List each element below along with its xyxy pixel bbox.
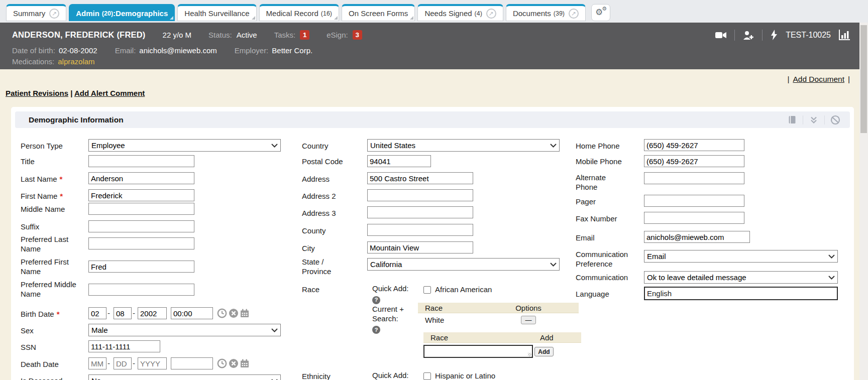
calendar-icon[interactable] xyxy=(240,308,250,318)
postal-code-label: Postal Code xyxy=(302,157,343,166)
address2-input[interactable] xyxy=(367,189,473,201)
book-icon[interactable] xyxy=(785,115,800,125)
county-input[interactable] xyxy=(367,224,473,236)
state-province-select[interactable]: California xyxy=(367,258,560,271)
tab-medical-record[interactable]: Medical Record (16) xyxy=(259,4,339,21)
tab-summary[interactable]: Summary ↗ xyxy=(6,4,66,21)
city-label: City xyxy=(302,243,315,253)
birth-day-input[interactable] xyxy=(114,307,132,319)
tab-health-surveillance[interactable]: Health Surveillance xyxy=(177,4,256,21)
race-column-header: Race xyxy=(418,304,478,312)
chevron-double-down-icon[interactable] xyxy=(806,115,821,124)
tab-documents[interactable]: Documents (39) ↗ xyxy=(506,4,586,21)
address2-label: Address 2 xyxy=(302,191,336,201)
vertical-scrollbar[interactable] xyxy=(859,23,868,380)
patient-revisions-link[interactable]: Patient Revisions xyxy=(6,89,68,97)
communication-preference-select[interactable]: Email xyxy=(644,250,838,263)
add-race-button[interactable]: Add xyxy=(534,347,554,356)
settings-gears-icon[interactable]: ⚙ ⚙ xyxy=(591,4,610,21)
esign-badge[interactable]: 3 xyxy=(353,30,362,40)
add-person-icon[interactable] xyxy=(742,30,754,40)
preferred-last-name-label: Preferred Last Name xyxy=(21,234,77,254)
scrollbar-thumb[interactable] xyxy=(860,25,867,133)
birth-time-input[interactable] xyxy=(171,307,213,319)
title-input[interactable] xyxy=(88,155,194,167)
death-month-input[interactable] xyxy=(88,357,106,369)
death-time-input[interactable] xyxy=(171,357,213,369)
is-deceased-select[interactable]: No xyxy=(88,374,281,380)
external-link-icon[interactable]: ↗ xyxy=(569,9,579,19)
first-name-input[interactable] xyxy=(88,189,194,201)
add-document-row: | Add Document | xyxy=(787,75,850,84)
postal-code-input[interactable] xyxy=(367,155,431,167)
mobile-phone-input[interactable] xyxy=(644,155,744,167)
lightning-icon[interactable] xyxy=(770,30,778,41)
tasks-badge[interactable]: 1 xyxy=(300,30,309,40)
remove-race-button[interactable]: — xyxy=(521,316,536,324)
preferred-last-name-input[interactable] xyxy=(88,237,194,249)
employer-value: Better Corp. xyxy=(272,46,312,55)
add-alert-comment-link[interactable]: Add Alert Comment xyxy=(74,89,145,97)
clear-date-icon[interactable] xyxy=(229,358,239,368)
preferred-first-name-label: Preferred First Name xyxy=(21,257,77,276)
circle-slash-icon[interactable] xyxy=(828,115,843,125)
address3-input[interactable] xyxy=(367,206,473,218)
address-label: Address xyxy=(302,174,330,184)
calendar-icon[interactable] xyxy=(240,358,250,368)
ssn-input[interactable] xyxy=(88,340,160,352)
hispanic-or-latino-checkbox[interactable] xyxy=(423,372,431,380)
tab-on-screen-forms[interactable]: On Screen Forms xyxy=(342,4,415,21)
race-add-input[interactable] xyxy=(423,345,533,358)
home-phone-input[interactable] xyxy=(644,139,744,151)
fax-number-input[interactable] xyxy=(644,212,744,224)
last-name-input[interactable] xyxy=(88,172,194,184)
external-link-icon[interactable]: ↗ xyxy=(486,9,496,19)
person-type-select[interactable]: Employee xyxy=(88,139,281,152)
help-icon[interactable]: ? xyxy=(372,326,380,334)
required-marker: * xyxy=(60,192,63,200)
suffix-input[interactable] xyxy=(88,220,194,232)
patient-id: TEST-10025 xyxy=(786,31,831,40)
birth-month-input[interactable] xyxy=(88,307,106,319)
country-select[interactable]: United States xyxy=(367,139,560,152)
middle-name-input[interactable] xyxy=(88,203,194,215)
city-input[interactable] xyxy=(367,241,473,254)
death-year-input[interactable] xyxy=(138,357,167,369)
add-document-link[interactable]: Add Document xyxy=(793,75,844,84)
african-american-checkbox[interactable] xyxy=(423,286,431,294)
language-input[interactable]: English xyxy=(644,287,838,300)
add-column-header: Add xyxy=(533,333,581,342)
death-day-input[interactable] xyxy=(114,357,132,369)
preferred-first-name-input[interactable] xyxy=(88,261,194,273)
preferred-middle-name-input[interactable] xyxy=(88,284,194,296)
dob-value: 02-08-2002 xyxy=(59,46,97,55)
tasks-label: Tasks: xyxy=(274,31,296,39)
sex-select[interactable]: Male xyxy=(88,324,281,336)
email-input[interactable] xyxy=(644,231,750,243)
resize-grip[interactable] xyxy=(528,353,531,356)
tab-needs-signed[interactable]: Needs Signed (4) ↗ xyxy=(417,4,503,21)
race-row-value: White xyxy=(418,316,478,324)
language-label: Language xyxy=(576,289,609,299)
help-icon[interactable]: ? xyxy=(372,296,380,304)
tab-menu-fold xyxy=(252,16,255,20)
clock-icon[interactable] xyxy=(217,358,227,368)
tab-admin-demographics[interactable]: Admin (20) :Demographics xyxy=(69,4,175,21)
medications-label: Medications: xyxy=(12,57,54,66)
medications-value[interactable]: alprazolam xyxy=(58,57,94,66)
alternate-phone-input[interactable] xyxy=(644,172,744,184)
video-camera-icon[interactable] xyxy=(715,30,727,40)
email-value: anichols@mieweb.com xyxy=(139,46,216,55)
birth-year-input[interactable] xyxy=(138,307,167,319)
birth-date-label: Birth Date* xyxy=(21,309,60,319)
external-link-icon[interactable]: ↗ xyxy=(49,9,59,19)
communication-select[interactable]: Ok to leave detailed message xyxy=(644,271,838,284)
address-input[interactable] xyxy=(367,172,473,184)
bar-chart-icon[interactable] xyxy=(838,30,850,41)
pager-input[interactable] xyxy=(644,195,744,207)
communication-preference-label: Communication Preference xyxy=(576,249,637,269)
status-label: Status: xyxy=(208,31,232,39)
tab-menu-fold xyxy=(170,16,173,20)
clear-date-icon[interactable] xyxy=(229,308,239,318)
clock-icon[interactable] xyxy=(217,308,227,318)
